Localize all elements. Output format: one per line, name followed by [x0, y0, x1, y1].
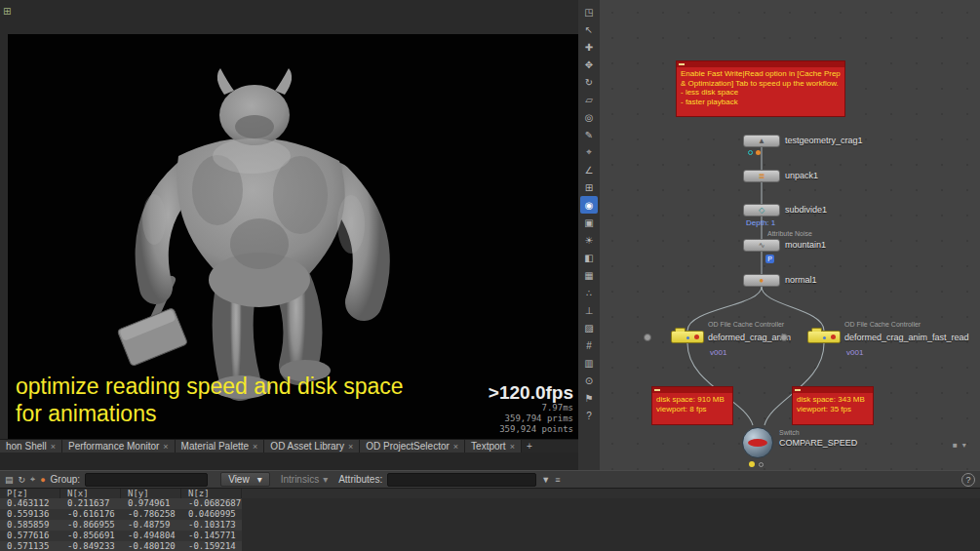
- cell: -0.48759: [121, 520, 181, 531]
- cell: -0.480120: [121, 541, 181, 551]
- sticky-note-header[interactable]: [677, 61, 844, 67]
- grid-snap-icon[interactable]: ⊞: [580, 178, 598, 196]
- center-view-icon[interactable]: ⊙: [580, 372, 598, 389]
- tab-performance-monitor[interactable]: Performance Monitor ×: [62, 440, 176, 453]
- cell: -0.786258: [121, 509, 181, 520]
- pin-icon[interactable]: ⌖: [30, 474, 35, 485]
- cell: -0.0682687: [181, 498, 242, 509]
- add-tool-icon[interactable]: ✚: [580, 38, 598, 56]
- pane-tab-icon[interactable]: ⊞: [3, 6, 11, 17]
- cell: -0.103173: [181, 520, 242, 531]
- filter-icon[interactable]: ▼: [541, 475, 550, 485]
- network-pane-menu-icon[interactable]: ▾: [962, 441, 966, 450]
- spreadsheet-pane-icon[interactable]: ▤: [5, 475, 14, 485]
- note-left-line-1: disk space: 910 MB: [656, 395, 725, 404]
- tab-material-palette[interactable]: Material Palette ×: [176, 440, 265, 453]
- node-mountain[interactable]: ∿: [743, 239, 780, 252]
- cache-right-connector[interactable]: [780, 334, 788, 341]
- cell: 0.585859: [0, 520, 60, 531]
- rotate-tool-icon[interactable]: ↻: [580, 73, 598, 91]
- shading-mode-icon[interactable]: ◧: [580, 249, 598, 266]
- network-pane-square-icon[interactable]: ■: [953, 441, 958, 450]
- tab-textport[interactable]: Textport ×: [465, 440, 522, 453]
- subdivide-node-icon: ◇: [759, 206, 764, 216]
- cell: -0.494804: [121, 531, 181, 541]
- table-row[interactable]: 0.559136 -0.616176 -0.786258 0.0460995: [0, 509, 242, 520]
- flag-icon[interactable]: ⚑: [580, 389, 598, 407]
- point-count: 359,924 points: [489, 424, 573, 435]
- column-header-pz: P[z]: [0, 489, 60, 498]
- node-compare-speed[interactable]: [742, 427, 773, 458]
- draw-tool-icon[interactable]: ✎: [580, 126, 598, 143]
- spreadsheet-toolbar: ▤ ↻ ⌖ ● Group: View ▾ Intrinsics ▾ Attri…: [0, 470, 980, 488]
- view-dropdown[interactable]: View ▾: [220, 472, 270, 487]
- tab-close-icon[interactable]: ×: [453, 442, 458, 452]
- tab-close-icon[interactable]: ×: [253, 442, 257, 452]
- node-link-icon[interactable]: ●: [40, 475, 45, 485]
- node-normal[interactable]: ●: [743, 274, 780, 287]
- tab-od-projectselector[interactable]: OD ProjectSelector ×: [360, 440, 465, 453]
- memory-display-icon[interactable]: ▥: [580, 354, 598, 372]
- render-flag[interactable]: [756, 150, 761, 155]
- measure-tool-icon[interactable]: ∠: [580, 161, 598, 178]
- disk-space-note-right[interactable]: disk space: 343 MB viewport: 35 fps: [792, 386, 874, 425]
- snap-tool-icon[interactable]: ⌖: [580, 143, 598, 161]
- background-display-icon[interactable]: ▨: [580, 319, 598, 336]
- node-label-compare-speed: COMPARE_SPEED: [779, 438, 857, 448]
- attributes-input[interactable]: [387, 473, 536, 487]
- camera-tool-icon[interactable]: ▣: [580, 214, 598, 231]
- node-deformed-crag-anim[interactable]: [671, 331, 704, 343]
- table-row[interactable]: 0.463112 0.211637 0.974961 -0.0682687: [0, 498, 242, 509]
- node-testgeometry-crag[interactable]: ▲: [743, 135, 780, 147]
- display-flag[interactable]: [748, 150, 753, 155]
- network-editor[interactable]: Enable Fast Write|Read option in [Cache …: [600, 0, 980, 470]
- table-row[interactable]: 0.571135 -0.849233 -0.480120 -0.159214: [0, 541, 242, 551]
- switch-flag-dot[interactable]: [749, 461, 755, 467]
- viewport-help-icon[interactable]: ?: [580, 407, 598, 424]
- move-tool-icon[interactable]: ✥: [580, 56, 598, 73]
- view-tool-icon[interactable]: ◉: [580, 196, 598, 214]
- tab-label: Material Palette: [181, 441, 249, 452]
- note-left-header[interactable]: [652, 387, 732, 393]
- handle-tool-icon[interactable]: ◎: [580, 108, 598, 126]
- tab-python-shell[interactable]: hon Shell ×: [0, 440, 62, 453]
- cell: 0.0460995: [181, 509, 242, 520]
- node-subdivide[interactable]: ◇: [743, 204, 780, 216]
- tab-close-icon[interactable]: ×: [348, 442, 353, 452]
- note-right-header[interactable]: [793, 387, 873, 393]
- light-tool-icon[interactable]: ☀: [580, 231, 598, 249]
- new-tab-button[interactable]: +: [522, 440, 537, 453]
- tab-label: OD ProjectSelector: [366, 441, 450, 452]
- column-header-nx: N[x]: [60, 489, 121, 498]
- cache-left-connector[interactable]: [644, 334, 651, 341]
- intrinsics-dropdown[interactable]: Intrinsics ▾: [281, 474, 328, 485]
- table-row[interactable]: 0.577616 -0.856691 -0.494804 -0.145771: [0, 531, 242, 541]
- select-tool-icon[interactable]: ↖: [580, 20, 598, 38]
- help-button[interactable]: ?: [961, 473, 975, 487]
- tab-close-icon[interactable]: ×: [163, 442, 168, 452]
- group-label: Group:: [51, 474, 81, 485]
- normals-display-icon[interactable]: ⊥: [580, 301, 598, 319]
- switch-flag-ring[interactable]: [759, 462, 764, 467]
- tab-close-icon[interactable]: ×: [51, 442, 56, 452]
- cell: 0.571135: [0, 541, 60, 551]
- sticky-note[interactable]: Enable Fast Write|Read option in [Cache …: [676, 60, 845, 117]
- points-display-icon[interactable]: ∴: [580, 284, 598, 301]
- column-header-nz: N[z]: [181, 489, 242, 498]
- pane-layout-icon[interactable]: ◳: [580, 3, 598, 20]
- tab-od-asset-library[interactable]: OD Asset Library ×: [264, 440, 360, 453]
- tab-close-icon[interactable]: ×: [510, 442, 515, 452]
- disk-space-note-left[interactable]: disk space: 910 MB viewport: 8 fps: [651, 386, 733, 425]
- node-unpack[interactable]: ≣: [743, 170, 780, 182]
- sort-icon[interactable]: ≡: [555, 475, 560, 485]
- wireframe-mode-icon[interactable]: ▦: [580, 266, 598, 284]
- grid-display-icon[interactable]: #: [580, 336, 598, 354]
- node-deformed-crag-anim-fast-read[interactable]: [807, 331, 841, 343]
- intrinsics-label: Intrinsics: [281, 474, 319, 485]
- scale-tool-icon[interactable]: ▱: [580, 91, 598, 108]
- refresh-icon[interactable]: ↻: [19, 475, 26, 485]
- group-input[interactable]: [85, 473, 208, 487]
- tab-label: Textport: [471, 441, 506, 452]
- scene-viewport[interactable]: optimize reading speed and disk space fo…: [8, 34, 578, 439]
- table-row[interactable]: 0.585859 -0.866955 -0.48759 -0.103173: [0, 520, 242, 531]
